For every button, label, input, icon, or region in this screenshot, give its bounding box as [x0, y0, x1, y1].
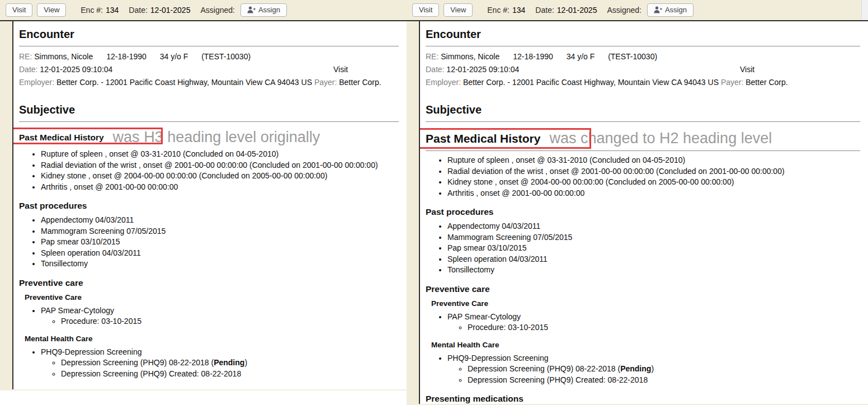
employer-value: Better Corp. - 12001 Pacific Coast Highw…	[463, 78, 719, 87]
re-label: RE:	[426, 52, 438, 61]
phq-item-label: PHQ9-Depression Screening	[447, 354, 549, 362]
pmh-item: Radial deviation of the wrist , onset @ …	[447, 166, 860, 177]
toolbar-date-value: 12-01-2025	[150, 6, 191, 15]
phq-sub-item: Depression Screening (PHQ9) 08-22-2018 (…	[61, 357, 399, 369]
pmh-list: Rupture of spleen , onset @ 03-31-2010 (…	[19, 149, 399, 192]
pap-item-label: PAP Smear-Cytology	[41, 306, 114, 315]
mental-health-heading: Mental Health Care	[25, 335, 399, 343]
assign-button[interactable]: Assign	[647, 3, 694, 17]
phq-sub-list: Depression Screening (PHQ9) 08-22-2018 (…	[41, 357, 399, 379]
employer-line: Employer: Better Corp. - 12001 Pacific C…	[19, 76, 399, 89]
patient-dob: 12-18-1990	[513, 52, 553, 61]
view-button[interactable]: View	[444, 3, 473, 17]
assign-button[interactable]: Assign	[240, 3, 287, 17]
visit-category-label: Visit	[333, 63, 348, 76]
pmh-item: Kidney stone , onset @ 2004-00-00 00:00:…	[41, 171, 399, 182]
medications-heading: Presenting medications	[19, 388, 399, 389]
subjective-section-title: Subjective	[426, 101, 860, 122]
patient-line: RE: Simmons, Nicole 12-18-1990 34 y/o F …	[19, 50, 399, 63]
preventive-care-heading: Preventive care	[19, 278, 399, 288]
phq-item-label: PHQ9-Depression Screening	[41, 347, 142, 356]
mental-health-list: PHQ9-Depression Screening Depression Scr…	[19, 347, 399, 380]
report-content: Encounter RE: Simmons, Nicole 12-18-1990…	[419, 21, 868, 404]
payer-label: Payer:	[314, 78, 337, 87]
phq-sub-item: Depression Screening (PHQ9) Created: 08-…	[61, 369, 399, 380]
date-label: Date:	[426, 65, 444, 74]
preventive-care-sub-heading: Preventive Care	[431, 299, 860, 308]
enc-number-value: 134	[512, 6, 525, 15]
enc-number-label: Enc #:	[487, 6, 510, 15]
date-line: Date: 12-01-2025 09:10:04 Visit	[19, 63, 399, 76]
employer-label: Employer:	[19, 78, 54, 87]
encounter-toolbar: Visit View Enc #: 134 Date: 12-01-2025 A…	[407, 0, 868, 21]
encounter-toolbar: Visit View Enc #: 134 Date: 12-01-2025 A…	[0, 0, 407, 21]
encounter-meta: RE: Simmons, Nicole 12-18-1990 34 y/o F …	[426, 50, 860, 89]
phq-item: PHQ9-Depression Screening Depression Scr…	[41, 347, 399, 380]
pmh-item: Rupture of spleen , onset @ 03-31-2010 (…	[447, 155, 860, 166]
payer-value: Better Corp.	[746, 78, 787, 87]
phq-sub1-post: )	[244, 358, 247, 367]
pmh-heading-h2: Past Medical History	[426, 132, 540, 145]
phq-sub-item: Depression Screening (PHQ9) 08-22-2018 (…	[468, 364, 860, 375]
procedure-item: Pap smear 03/10/2015	[447, 243, 860, 254]
person-plus-icon	[654, 6, 662, 13]
employer-label: Employer:	[426, 78, 461, 87]
visit-button[interactable]: Visit	[412, 3, 439, 17]
patient-line: RE: Simmons, Nicole 12-18-1990 34 y/o F …	[426, 50, 860, 63]
subjective-section-title: Subjective	[19, 101, 399, 122]
date-line: Date: 12-01-2025 09:10:04 Visit	[426, 63, 860, 76]
pmh-item: Arthritis , onset @ 2001-00-00 00:00:00	[41, 182, 399, 193]
report-content: Encounter RE: Simmons, Nicole 12-18-1990…	[12, 21, 407, 389]
visit-button[interactable]: Visit	[6, 3, 32, 17]
past-procedures-list: Appendectomy 04/03/2011 Mammogram Screen…	[19, 215, 399, 270]
procedure-item: Appendectomy 04/03/2011	[41, 215, 399, 226]
procedure-item: Spleen operation 04/03/2011	[41, 248, 399, 259]
procedure-item: Appendectomy 04/03/2011	[447, 221, 860, 232]
patient-dob: 12-18-1990	[106, 52, 147, 61]
assigned-label: Assigned:	[200, 6, 234, 15]
pmh-item: Radial deviation of the wrist , onset @ …	[41, 160, 399, 171]
toolbar-date-label: Date:	[129, 6, 147, 15]
assign-button-label: Assign	[665, 6, 687, 14]
patient-name: Simmons, Nicole	[34, 52, 93, 61]
pap-sub-list: Procedure: 03-10-2015	[41, 316, 399, 327]
pmh-item: Kidney stone , onset @ 2004-00-00 00:00:…	[447, 177, 860, 188]
phq-sub1-pre: Depression Screening (PHQ9) 08-22-2018 (	[468, 364, 620, 373]
procedure-item: Spleen operation 04/03/2011	[447, 254, 860, 265]
pmh-item: Rupture of spleen , onset @ 03-31-2010 (…	[41, 149, 399, 160]
medications-heading: Presenting medications	[426, 394, 860, 404]
procedure-item: Pap smear 03/10/2015	[41, 237, 399, 248]
pap-sub-item: Procedure: 03-10-2015	[61, 316, 399, 327]
phq-sub-item: Depression Screening (PHQ9) Created: 08-…	[468, 375, 860, 386]
preventive-item: PAP Smear-Cytology Procedure: 03-10-2015	[447, 312, 860, 333]
payer-value: Better Corp.	[339, 78, 381, 87]
phq-pending-badge: Pending	[214, 358, 244, 367]
phq-sub-list: Depression Screening (PHQ9) 08-22-2018 (…	[447, 364, 860, 385]
encounter-section-title: Encounter	[19, 26, 399, 46]
preventive-care-heading: Preventive care	[426, 284, 860, 294]
date-value: 12-01-2025 09:10:04	[40, 65, 112, 74]
phq-sub1-pre: Depression Screening (PHQ9) 08-22-2018 (	[61, 358, 214, 367]
assigned-label: Assigned:	[607, 6, 641, 15]
visit-category-label: Visit	[740, 63, 754, 76]
enc-number-value: 134	[106, 6, 119, 15]
patient-id: (TEST-10030)	[608, 52, 657, 61]
re-label: RE:	[19, 52, 32, 61]
preventive-care-list: PAP Smear-Cytology Procedure: 03-10-2015	[426, 312, 860, 333]
scrollbar[interactable]	[861, 0, 868, 20]
pmh-heading-h3: Past Medical History	[19, 133, 104, 143]
preventive-care-sub-heading: Preventive Care	[25, 293, 399, 302]
past-procedures-heading: Past procedures	[19, 201, 399, 211]
pap-item-label: PAP Smear-Cytology	[447, 312, 521, 321]
panel-after-h2: Visit View Enc #: 134 Date: 12-01-2025 A…	[407, 0, 868, 405]
view-button[interactable]: View	[37, 3, 66, 17]
past-procedures-list: Appendectomy 04/03/2011 Mammogram Screen…	[426, 221, 860, 276]
procedure-item: Tonsillectomy	[447, 265, 860, 276]
annotation-text: was H3 heading level originally	[113, 130, 320, 145]
procedure-item: Mammogram Screening 07/05/2015	[41, 226, 399, 237]
employer-line: Employer: Better Corp. - 12001 Pacific C…	[426, 76, 860, 89]
panel-before-h3: Visit View Enc #: 134 Date: 12-01-2025 A…	[0, 0, 407, 390]
payer-label: Payer:	[721, 78, 743, 87]
preventive-item: PAP Smear-Cytology Procedure: 03-10-2015	[41, 305, 399, 327]
pap-sub-item: Procedure: 03-10-2015	[468, 322, 860, 333]
